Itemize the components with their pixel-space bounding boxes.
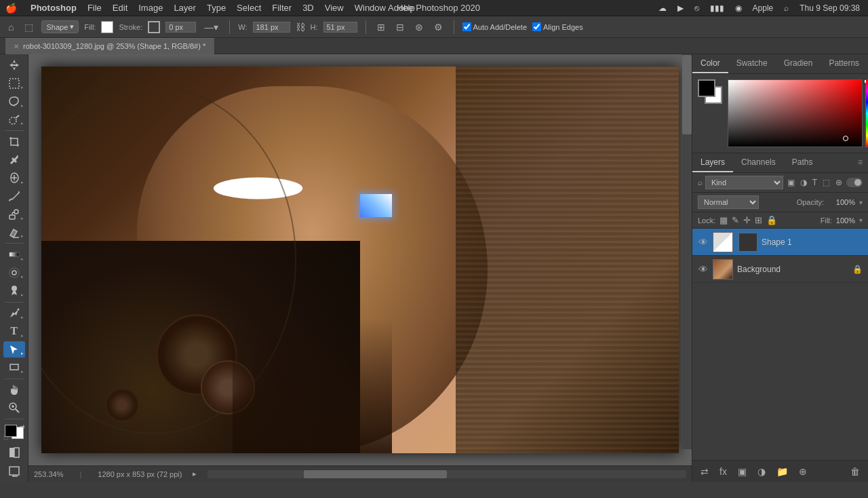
tool-preset-button[interactable]: ⬚ <box>22 20 36 34</box>
scroll-thumb-h[interactable] <box>304 470 448 478</box>
hand-tool[interactable] <box>3 381 25 398</box>
zoom-tool[interactable] <box>3 400 25 417</box>
hue-slider[interactable] <box>865 79 868 147</box>
filter-pixel-icon[interactable]: ▣ <box>786 176 796 189</box>
lasso-tool[interactable]: ▸ <box>3 93 25 110</box>
layer-name-background[interactable]: Background <box>737 265 848 274</box>
menu-file[interactable]: File <box>82 0 107 16</box>
brush-tool[interactable] <box>3 188 25 205</box>
scrollbar-vertical[interactable] <box>682 54 692 449</box>
lock-all-icon[interactable]: 🔒 <box>766 215 777 225</box>
color-spectrum-field[interactable] <box>728 79 863 147</box>
rectangle-shape-tool[interactable]: ▸ <box>3 359 25 376</box>
menu-view[interactable]: View <box>319 0 349 16</box>
search-icon[interactable]: ⌕ <box>781 3 791 13</box>
color-swatches[interactable]: ⇄ ⬚ <box>3 423 25 440</box>
filter-type-icon[interactable]: T <box>811 176 818 189</box>
settings-button[interactable]: ⚙ <box>431 20 446 34</box>
menu-3d[interactable]: 3D <box>297 0 319 16</box>
align-edges-checkbox[interactable]: Align Edges <box>532 22 583 31</box>
layer-shape1[interactable]: 👁 Shape 1 <box>692 229 868 256</box>
color-picker-area[interactable] <box>728 79 863 147</box>
tab-layers[interactable]: Layers <box>692 153 733 172</box>
menu-type[interactable]: Type <box>201 0 231 16</box>
filter-toggle[interactable] <box>846 178 863 187</box>
stroke-style-button[interactable]: —▾ <box>201 20 221 34</box>
tab-color[interactable]: Color <box>692 54 728 73</box>
new-adj-layer-btn[interactable]: ◑ <box>755 465 768 478</box>
lock-transparent-icon[interactable]: ▦ <box>719 215 728 225</box>
quick-select-tool[interactable]: ▸ <box>3 111 25 128</box>
menu-select[interactable]: Select <box>231 0 267 16</box>
fill-chevron[interactable]: ▾ <box>859 216 863 224</box>
layer-vis-shape1[interactable]: 👁 <box>698 237 709 248</box>
expand-arrow[interactable]: ▸ <box>193 470 197 478</box>
fill-value[interactable]: 100% <box>836 216 855 225</box>
pen-tool[interactable]: ▸ <box>3 305 25 322</box>
layer-name-shape1[interactable]: Shape 1 <box>762 237 863 247</box>
stroke-swatch[interactable] <box>148 21 160 33</box>
spot-heal-tool[interactable]: ▸ <box>3 170 25 187</box>
tab-patterns[interactable]: Patterns <box>821 54 867 73</box>
filter-type-select[interactable]: Kind <box>705 176 783 189</box>
opacity-value[interactable]: 100% <box>828 198 855 206</box>
foreground-color[interactable] <box>5 425 17 437</box>
layer-effects-btn[interactable]: fx <box>717 465 730 478</box>
chain-icon[interactable]: ⛓ <box>296 22 305 33</box>
gradient-tool[interactable]: ▸ <box>3 246 25 263</box>
path-align-button[interactable]: ⊟ <box>393 20 407 34</box>
play-icon[interactable]: ▶ <box>675 3 686 13</box>
quick-mask-button[interactable] <box>3 444 25 461</box>
canvas-container[interactable] <box>28 54 692 465</box>
eraser-tool[interactable]: ▸ <box>3 224 25 241</box>
eyedropper-tool[interactable] <box>3 152 25 169</box>
delete-layer-btn[interactable]: 🗑 <box>848 465 863 478</box>
auto-add-delete-check[interactable] <box>462 22 471 31</box>
tab-gradient[interactable]: Gradien <box>776 54 821 73</box>
tab-close-icon[interactable]: ✕ <box>14 43 19 50</box>
tab-paths[interactable]: Paths <box>784 153 821 172</box>
filter-shape-icon[interactable]: ⬚ <box>821 176 831 189</box>
marquee-tool[interactable]: ▸ <box>3 75 25 92</box>
bluetooth-icon[interactable]: ⎋ <box>692 3 702 13</box>
apple-icon[interactable]: 🍎 <box>5 3 17 14</box>
canvas[interactable] <box>41 66 679 453</box>
width-input[interactable] <box>253 22 290 33</box>
layers-panel-menu[interactable]: ≡ <box>852 153 868 172</box>
menu-window[interactable]: Window <box>349 0 391 16</box>
path-select-tool[interactable]: ▸ <box>3 341 25 358</box>
scroll-thumb-v[interactable] <box>682 55 692 134</box>
link-layers-btn[interactable]: ⇄ <box>698 465 711 478</box>
filter-adj-icon[interactable]: ◑ <box>799 176 808 189</box>
tab-channels[interactable]: Channels <box>733 153 784 172</box>
height-input[interactable] <box>323 22 357 33</box>
dodge-tool[interactable]: ▸ <box>3 282 25 299</box>
menu-edit[interactable]: Edit <box>107 0 133 16</box>
align-edges-check[interactable] <box>532 22 541 31</box>
new-layer-btn[interactable]: ⊕ <box>796 465 810 478</box>
fg-bg-swatches[interactable] <box>698 79 722 104</box>
blend-mode-select[interactable]: Normal <box>698 195 759 209</box>
add-mask-btn[interactable]: ▣ <box>735 465 749 478</box>
new-group-btn[interactable]: 📁 <box>774 465 791 478</box>
tab-swatch[interactable]: Swatche <box>728 54 776 73</box>
lock-image-icon[interactable]: ✎ <box>732 215 739 225</box>
auto-add-delete-checkbox[interactable]: Auto Add/Delete <box>462 22 528 31</box>
home-button[interactable]: ⌂ <box>5 20 16 34</box>
screen-mode-button[interactable] <box>3 462 25 479</box>
lock-artboard-icon[interactable]: ⊞ <box>755 215 762 225</box>
move-tool[interactable] <box>3 57 25 74</box>
document-tab[interactable]: ✕ robot-3010309_1280.jpg @ 253% (Shape 1… <box>5 38 214 54</box>
crop-tool[interactable] <box>3 134 25 151</box>
menu-layer[interactable]: Layer <box>168 0 201 16</box>
shape-dropdown[interactable]: Shape ▾ <box>41 20 79 33</box>
opacity-chevron[interactable]: ▾ <box>859 199 863 206</box>
clone-stamp-tool[interactable]: ▸ <box>3 206 25 223</box>
warp-button[interactable]: ⊛ <box>412 20 426 34</box>
fill-swatch[interactable] <box>101 21 113 33</box>
layer-background[interactable]: 👁 Background 🔒 <box>692 256 868 283</box>
path-ops-button[interactable]: ⊞ <box>374 20 388 34</box>
scrollbar-horizontal[interactable] <box>208 470 686 478</box>
cloud-icon[interactable]: ☁ <box>656 3 669 13</box>
stroke-width-input[interactable] <box>165 22 196 33</box>
